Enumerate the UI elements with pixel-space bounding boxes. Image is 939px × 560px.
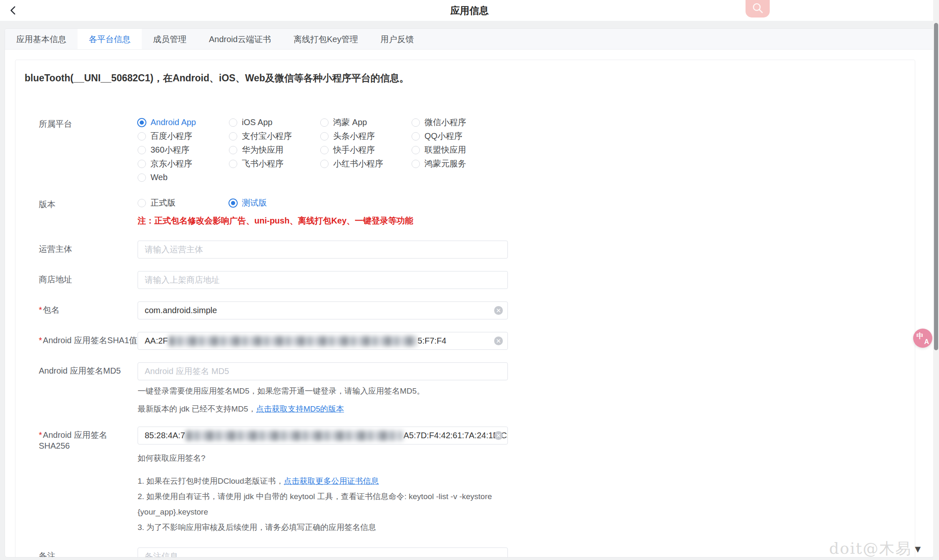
public-cert-link[interactable]: 点击获取更多公用证书信息 xyxy=(284,477,379,485)
tab-bar: 应用基本信息各平台信息成员管理Android云端证书离线打包Key管理用户反馈 xyxy=(5,29,934,50)
radio-icon xyxy=(412,146,420,154)
version-warning-note: 注：正式包名修改会影响广告、uni-push、离线打包Key、一键登录等功能 xyxy=(138,215,508,226)
sha256-value-suffix: A5:7D:F4:42:61:7A:24:1B:C5:14 xyxy=(404,431,508,440)
sha1-row: Android 应用签名SHA1值 AA:2F 5:F7:F4 ✕ xyxy=(39,332,915,350)
top-navbar: 应用信息 xyxy=(0,0,939,21)
radio-icon xyxy=(138,119,146,126)
md5-help-2: 最新版本的 jdk 已经不支持MD5，点击获取支持MD5的版本 xyxy=(138,404,508,414)
radio-icon xyxy=(320,146,329,154)
sha256-input[interactable]: 85:28:4A:7 A5:7D:F4:42:61:7A:24:1B:C5:14 xyxy=(138,427,508,444)
md5-jdk-link[interactable]: 点击获取支持MD5的版本 xyxy=(256,404,344,413)
version-row: 版本 正式版测试版 注：正式包名修改会影响广告、uni-push、离线打包Key… xyxy=(39,196,915,226)
sha256-value-prefix: 85:28:4A:7 xyxy=(145,431,185,440)
radio-label: 京东小程序 xyxy=(151,158,192,169)
radio-label: iOS App xyxy=(242,118,272,127)
back-button[interactable] xyxy=(7,4,20,17)
scrollbar-track[interactable] xyxy=(933,0,939,560)
tab-2[interactable]: 成员管理 xyxy=(142,29,198,49)
clear-icon[interactable]: ✕ xyxy=(494,431,503,440)
radio-option[interactable]: 微信小程序 xyxy=(412,116,503,129)
radio-icon xyxy=(229,146,237,154)
package-name-row: 包名 ✕ xyxy=(39,301,915,319)
md5-label: Android 应用签名MD5 xyxy=(39,362,138,376)
signature-tip-1-text: 1. 如果在云打包时使用DCloud老版证书， xyxy=(138,477,284,485)
radio-label: Web xyxy=(151,173,168,182)
radio-icon xyxy=(138,199,146,207)
scrollbar-thumb[interactable] xyxy=(934,23,938,350)
clear-icon[interactable]: ✕ xyxy=(494,306,503,315)
md5-row: Android 应用签名MD5 一键登录需要使用应用签名MD5，如果您需开通一键… xyxy=(39,362,915,414)
md5-input[interactable] xyxy=(138,362,508,380)
radio-icon xyxy=(320,160,329,168)
radio-label: QQ小程序 xyxy=(424,131,462,142)
radio-option[interactable]: Android App xyxy=(138,116,229,129)
radio-option[interactable]: 飞书小程序 xyxy=(229,157,320,171)
content-area: blueTooth(__UNI__50682C1)，在Android、iOS、W… xyxy=(5,50,934,557)
sha1-value-suffix: 5:F7:F4 xyxy=(418,336,447,346)
radio-option[interactable]: 鸿蒙 App xyxy=(320,116,412,129)
signature-tip-2: 2. 如果使用自有证书，请使用 jdk 中自带的 keytool 工具，查看证书… xyxy=(138,489,508,520)
radio-option[interactable]: 支付宝小程序 xyxy=(229,129,320,143)
md5-help-2-text: 最新版本的 jdk 已经不支持MD5， xyxy=(138,404,256,413)
radio-label: 快手小程序 xyxy=(333,144,375,156)
radio-option[interactable]: 测试版 xyxy=(229,196,320,210)
radio-icon xyxy=(320,132,329,141)
radio-option[interactable]: QQ小程序 xyxy=(412,129,503,143)
radio-label: 飞书小程序 xyxy=(242,158,284,169)
radio-icon xyxy=(412,132,420,141)
radio-option[interactable]: 正式版 xyxy=(138,196,229,210)
translate-icon: 中 xyxy=(916,331,924,341)
radio-icon xyxy=(138,132,146,141)
radio-icon xyxy=(229,118,237,127)
radio-label: 微信小程序 xyxy=(424,117,466,128)
radio-option[interactable]: 鸿蒙元服务 xyxy=(412,157,503,171)
search-icon xyxy=(751,2,764,14)
radio-option[interactable]: 京东小程序 xyxy=(138,157,229,171)
radio-option[interactable]: 头条小程序 xyxy=(320,129,412,143)
clear-icon[interactable]: ✕ xyxy=(494,337,503,345)
sha1-input[interactable]: AA:2F 5:F7:F4 xyxy=(138,332,508,350)
signature-help-title: 如何获取应用签名? xyxy=(138,450,508,466)
radio-option[interactable]: 联盟快应用 xyxy=(412,143,503,157)
store-url-input[interactable] xyxy=(138,271,508,289)
radio-option[interactable]: 小红书小程序 xyxy=(320,157,412,171)
radio-icon xyxy=(412,160,420,168)
user-avatar[interactable] xyxy=(746,0,770,18)
radio-label: 鸿蒙 App xyxy=(333,117,367,128)
radio-option[interactable]: Web xyxy=(138,171,229,184)
radio-icon xyxy=(138,160,146,168)
remark-input[interactable] xyxy=(138,547,508,557)
tab-5[interactable]: 用户反馈 xyxy=(369,29,425,49)
radio-option[interactable]: 百度小程序 xyxy=(138,129,229,143)
radio-option[interactable]: 快手小程序 xyxy=(320,143,412,157)
signature-tip-1: 1. 如果在云打包时使用DCloud老版证书，点击获取更多公用证书信息 xyxy=(138,473,508,489)
radio-label: 鸿蒙元服务 xyxy=(424,158,466,169)
sha1-label: Android 应用签名SHA1值 xyxy=(39,332,138,346)
remark-label: 备注 xyxy=(39,547,138,557)
translate-fab[interactable]: 中 A xyxy=(913,329,932,348)
tab-1[interactable]: 各平台信息 xyxy=(78,29,142,49)
radio-option[interactable]: 360小程序 xyxy=(138,143,229,157)
version-radio-group: 正式版测试版 xyxy=(138,196,508,210)
operator-label: 运营主体 xyxy=(39,241,138,254)
platform-row: 所属平台 Android AppiOS App鸿蒙 App微信小程序百度小程序支… xyxy=(39,116,915,184)
platform-info-panel: blueTooth(__UNI__50682C1)，在Android、iOS、W… xyxy=(15,60,915,557)
radio-option[interactable]: 华为快应用 xyxy=(229,143,320,157)
radio-option[interactable]: iOS App xyxy=(229,116,320,129)
sha256-label: Android 应用签名SHA256 xyxy=(39,427,138,451)
radio-icon xyxy=(229,199,237,207)
tab-4[interactable]: 离线打包Key管理 xyxy=(282,29,369,49)
platform-label: 所属平台 xyxy=(39,116,138,129)
operator-input[interactable] xyxy=(138,241,508,259)
package-name-input[interactable] xyxy=(138,301,508,319)
md5-help-1: 一键登录需要使用应用签名MD5，如果您需开通一键登录，请输入应用签名MD5。 xyxy=(138,386,508,397)
radio-icon xyxy=(229,132,237,141)
radio-label: 联盟快应用 xyxy=(424,144,466,156)
radio-label: 百度小程序 xyxy=(151,131,192,142)
package-name-label: 包名 xyxy=(39,301,138,315)
sha1-value-prefix: AA:2F xyxy=(145,336,168,346)
tab-0[interactable]: 应用基本信息 xyxy=(5,29,78,49)
user-watermark[interactable]: doit@木易 ▼ xyxy=(829,538,921,559)
tab-3[interactable]: Android云端证书 xyxy=(198,29,282,49)
page-title: 应用信息 xyxy=(450,4,489,17)
